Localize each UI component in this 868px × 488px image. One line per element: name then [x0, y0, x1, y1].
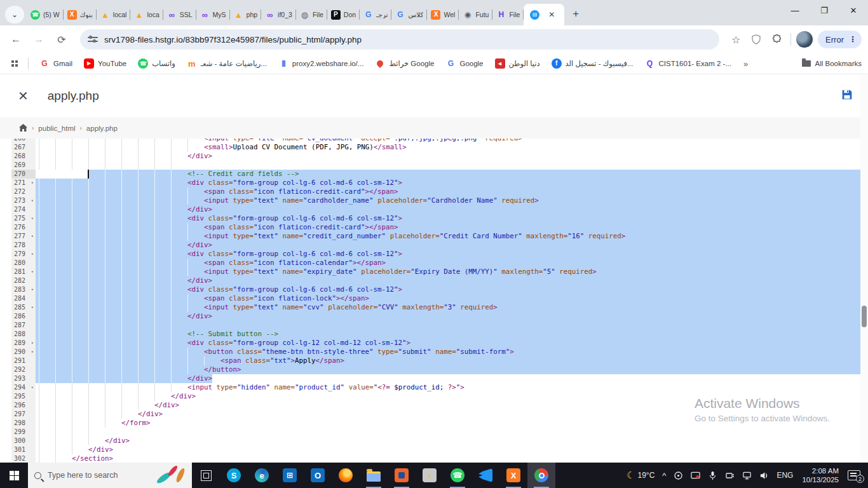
- code-line[interactable]: 270<!-- Credit card fields -->: [0, 170, 868, 179]
- code-line[interactable]: 287: [0, 321, 868, 330]
- code-content[interactable]: [36, 428, 868, 437]
- forward-button[interactable]: →: [29, 30, 48, 49]
- bookmark-item[interactable]: خرائط Google: [375, 58, 434, 69]
- fold-arrow-icon[interactable]: ▾: [31, 196, 34, 205]
- editor-close-icon[interactable]: ✕: [18, 88, 29, 104]
- tab[interactable]: ▲php: [230, 4, 262, 25]
- fold-arrow-icon[interactable]: ▾: [31, 268, 34, 276]
- code-line[interactable]: 273▾<input type="text" name="cardholder_…: [0, 196, 868, 205]
- fold-arrow-icon[interactable]: ▾: [31, 383, 34, 392]
- address-bar[interactable]: srv1798-files.hstgr.io/83bb97f312e45987/…: [80, 29, 719, 50]
- profile-avatar[interactable]: [796, 31, 813, 48]
- code-line[interactable]: 302</section>: [0, 454, 868, 463]
- code-line[interactable]: 283▾<div class="form-group col-lg-6 col-…: [0, 285, 868, 294]
- tab[interactable]: ∞if0_3: [261, 4, 296, 25]
- tab[interactable]: ◉Futu: [459, 4, 492, 25]
- code-line[interactable]: 294▾<input type="hidden" name="product_i…: [0, 383, 868, 392]
- code-line[interactable]: 275▾<div class="form-group col-lg-6 col-…: [0, 214, 868, 223]
- back-button[interactable]: ←: [6, 30, 25, 49]
- page-scrollbar[interactable]: [860, 75, 868, 463]
- tray-volume-icon[interactable]: [756, 463, 773, 488]
- tab[interactable]: ∞SSL: [163, 4, 196, 25]
- taskbar-app-explorer[interactable]: [360, 463, 388, 488]
- code-line[interactable]: 271▾<div class="form-group col-lg-6 col-…: [0, 179, 868, 187]
- code-content[interactable]: <!-- Credit card fields -->: [36, 170, 868, 179]
- fold-arrow-icon[interactable]: ▾: [31, 232, 34, 241]
- code-content[interactable]: <input type="hidden" name="product_id" v…: [36, 383, 868, 392]
- code-line[interactable]: 289▾<div class="form-group col-lg-12 col…: [0, 339, 868, 348]
- taskbar-search-box[interactable]: Type here to search: [28, 463, 192, 488]
- code-content[interactable]: </div>: [36, 152, 868, 161]
- code-line[interactable]: 282</div>: [0, 276, 868, 285]
- notification-center-button[interactable]: 2: [844, 463, 868, 488]
- bookmark-item[interactable]: ☎واتساب: [138, 58, 175, 69]
- taskbar-app-xampp[interactable]: X: [499, 463, 527, 488]
- taskbar-app-vscode[interactable]: [471, 463, 499, 488]
- extensions-puzzle-icon[interactable]: [768, 30, 785, 48]
- taskbar-app-installer[interactable]: ⚡: [416, 463, 444, 488]
- code-content[interactable]: <span class="txt">Apply</span>: [36, 356, 868, 365]
- tray-expand-chevron[interactable]: ^: [658, 463, 670, 488]
- fold-arrow-icon[interactable]: ▾: [31, 303, 34, 312]
- tab[interactable]: XWel: [427, 4, 459, 25]
- code-line[interactable]: 284<span class="icon flaticon-lock"></sp…: [0, 294, 868, 303]
- code-line[interactable]: 293</div>: [0, 374, 868, 383]
- code-content[interactable]: <span class="icon flaticon-credit-card">…: [36, 187, 868, 196]
- taskbar-app-edge[interactable]: e: [248, 463, 276, 488]
- code-line[interactable]: 299: [0, 428, 868, 437]
- code-line[interactable]: 267<small>Upload CV Document (PDF, JPG, …: [0, 143, 868, 152]
- code-line[interactable]: 301</div>: [0, 445, 868, 454]
- code-content[interactable]: </div>: [36, 445, 868, 454]
- code-content[interactable]: </section>: [36, 454, 868, 463]
- taskbar-app-orange-app[interactable]: [388, 463, 416, 488]
- reload-button[interactable]: ⟳: [52, 30, 71, 49]
- fold-arrow-icon[interactable]: ▾: [31, 339, 34, 348]
- code-line[interactable]: 269: [0, 161, 868, 170]
- taskbar-app-firefox[interactable]: [332, 463, 360, 488]
- browser-menu-icon[interactable]: ⋮: [849, 35, 857, 44]
- code-line[interactable]: 280<span class="icon flaticon-calendar">…: [0, 259, 868, 268]
- code-content[interactable]: <input type="text" name="credit_card_num…: [36, 232, 868, 241]
- code-content[interactable]: <div class="form-group col-lg-12 col-md-…: [36, 339, 868, 348]
- code-line[interactable]: 277▾<input type="text" name="credit_card…: [0, 232, 868, 241]
- code-content[interactable]: </div>: [36, 276, 868, 285]
- tab[interactable]: Xبنوك: [64, 4, 97, 25]
- tab[interactable]: PDon: [327, 4, 360, 25]
- code-content[interactable]: <span class="icon flaticon-credit-card">…: [36, 223, 868, 232]
- code-line[interactable]: 266<input type="file" name="cv_document"…: [0, 139, 868, 143]
- code-content[interactable]: <input type="text" name="cardholder_name…: [36, 196, 868, 205]
- new-tab-button[interactable]: +: [567, 5, 585, 23]
- tab-active[interactable]: ▤✕: [524, 4, 564, 25]
- code-content[interactable]: <input type="text" name="cvv" placeholde…: [36, 303, 868, 312]
- site-settings-icon[interactable]: [88, 34, 98, 44]
- fold-arrow-icon[interactable]: ▾: [31, 285, 34, 294]
- shield-extension-icon[interactable]: [747, 30, 765, 48]
- code-content[interactable]: <button class="theme-btn btn-style-three…: [36, 348, 868, 356]
- code-content[interactable]: <div class="form-group col-lg-6 col-md-6…: [36, 179, 868, 187]
- tab[interactable]: Gكلاس: [391, 4, 427, 25]
- tray-screen-record-icon[interactable]: [687, 463, 704, 488]
- bookmarks-overflow-chevron[interactable]: »: [743, 59, 748, 69]
- code-line[interactable]: 274</div>: [0, 205, 868, 214]
- apps-grid-icon[interactable]: [11, 60, 18, 67]
- all-bookmarks-button[interactable]: All Bookmarks: [802, 60, 862, 67]
- taskbar-app-whatsapp[interactable]: ☎: [444, 463, 471, 488]
- bookmark-item[interactable]: ▶YouTube: [84, 58, 126, 69]
- code-content[interactable]: <input type="file" name="cv_document" ac…: [36, 139, 868, 143]
- close-button[interactable]: ✕: [839, 0, 868, 20]
- code-line[interactable]: 288<!-- Submit button -->: [0, 330, 868, 339]
- fold-arrow-icon[interactable]: ▾: [31, 214, 34, 223]
- profile-chip[interactable]: Error ⋮: [818, 30, 862, 48]
- tab[interactable]: ◍File: [296, 4, 327, 25]
- taskbar-app-outlook[interactable]: O: [304, 463, 332, 488]
- code-content[interactable]: </button>: [36, 365, 868, 374]
- bookmark-star-icon[interactable]: ☆: [727, 30, 745, 48]
- code-content[interactable]: <div class="form-group col-lg-6 col-md-6…: [36, 214, 868, 223]
- taskbar-app-chrome[interactable]: [527, 463, 555, 488]
- code-content[interactable]: [36, 161, 868, 170]
- tab[interactable]: ▲loca: [130, 4, 163, 25]
- code-line[interactable]: 291<span class="txt">Apply</span>: [0, 356, 868, 365]
- code-content[interactable]: [36, 321, 868, 330]
- tab[interactable]: ☎(5) W: [27, 4, 64, 25]
- tab[interactable]: ∞MyS: [196, 4, 230, 25]
